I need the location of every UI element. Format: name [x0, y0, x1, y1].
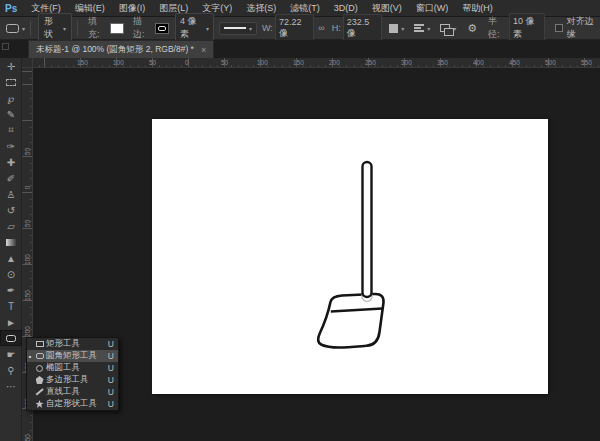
- quick-selection-tool[interactable]: ✎: [0, 106, 22, 122]
- menu-3d[interactable]: 3D(D): [327, 3, 365, 13]
- ruler-label: 50: [149, 59, 156, 66]
- shape-icon: [33, 353, 46, 359]
- broom-drawing: [152, 119, 548, 394]
- polygon-tool-item[interactable]: 多边形工具 U: [27, 374, 118, 386]
- document-tab[interactable]: 未标题-1 @ 100% (圆角矩形 2, RGB/8#) * ×: [28, 40, 214, 58]
- ruler-label: 350: [24, 433, 31, 441]
- menu-view[interactable]: 视图(V): [365, 2, 409, 15]
- radius-field[interactable]: 10 像素: [509, 13, 545, 44]
- path-arrangement-button[interactable]: ▾: [440, 24, 456, 32]
- menu-window[interactable]: 窗口(W): [409, 2, 456, 15]
- clone-stamp-tool[interactable]: ♙: [0, 186, 22, 202]
- path-operations-button[interactable]: ▾: [389, 24, 404, 33]
- shape-icon: [33, 365, 46, 372]
- options-bar: ▾ 形状 ▾ 填充: 描边: 4 像素 ▾ ▾ W: 72.22 像 ∞ H: …: [0, 17, 600, 40]
- tools-panel: ✛ ℘ ✎ ⌗ ✑ ✚ ✐ ♙ ↺ ▱: [0, 58, 22, 441]
- ruler-label: 300: [401, 59, 412, 66]
- dodge-tool[interactable]: ⊙: [0, 266, 22, 282]
- chevron-down-icon: ▾: [22, 25, 25, 32]
- ruler-label: 0: [185, 59, 189, 66]
- horizontal-ruler[interactable]: 1501005005010015020025030035040045050055…: [33, 58, 600, 68]
- shape-tool[interactable]: [0, 330, 22, 346]
- rounded-rectangle-preset-icon: [6, 24, 19, 33]
- ruler-label: 150: [24, 289, 31, 303]
- hand-tool[interactable]: ☛: [0, 346, 22, 362]
- shape-icon: [33, 376, 46, 384]
- menu-filter[interactable]: 滤镜(T): [283, 2, 327, 15]
- path-operations-icon: [389, 24, 398, 33]
- tool-preset-picker[interactable]: ▾: [0, 17, 25, 39]
- align-edges-label: 对齐边缘: [567, 15, 600, 41]
- height-label: H:: [332, 23, 341, 33]
- ruler-label: 100: [113, 59, 124, 66]
- link-dimensions-icon[interactable]: ∞: [318, 23, 324, 33]
- document-canvas[interactable]: [152, 119, 548, 394]
- document-tab-bar: 未标题-1 @ 100% (圆角矩形 2, RGB/8#) * ×: [0, 40, 600, 58]
- healing-brush-tool[interactable]: ✚: [0, 154, 22, 170]
- ruler-label: 200: [329, 59, 340, 66]
- menu-edit[interactable]: 编辑(E): [68, 2, 112, 15]
- ruler-label: 50: [221, 59, 228, 66]
- close-icon[interactable]: ×: [201, 45, 206, 55]
- document-title: 未标题-1 @ 100% (圆角矩形 2, RGB/8#) *: [36, 44, 194, 56]
- geometry-options-button[interactable]: ⚙: [467, 22, 477, 35]
- marquee-tool[interactable]: [0, 74, 22, 90]
- shape-icon: [33, 391, 46, 393]
- ruler-label: 50: [24, 217, 31, 231]
- width-field[interactable]: 72.22 像: [275, 14, 314, 42]
- ruler-label: 400: [473, 59, 484, 66]
- more-tools[interactable]: ⋯: [0, 378, 22, 394]
- panel-toggle-icon[interactable]: [2, 43, 9, 50]
- shape-icon: [33, 400, 46, 408]
- custom-shape-tool-item[interactable]: 自定形状工具 U: [27, 398, 118, 410]
- stroke-style-select[interactable]: ▾: [219, 22, 257, 35]
- arrange-icon: [440, 24, 450, 32]
- ellipse-tool-item[interactable]: 椭圆工具 U: [27, 362, 118, 374]
- pen-tool[interactable]: ✒: [0, 282, 22, 298]
- menu-items: 文件(F)编辑(E)图像(I)图层(L)文字(Y)选择(S)滤镜(T)3D(D)…: [24, 0, 500, 16]
- chevron-down-icon: ▾: [249, 25, 252, 32]
- path-alignment-button[interactable]: ▾: [414, 24, 430, 32]
- ruler-label: 250: [365, 59, 376, 66]
- menu-image[interactable]: 图像(I): [112, 2, 153, 15]
- line-tool-item[interactable]: 直线工具 U: [27, 386, 118, 398]
- zoom-tool[interactable]: ⚲: [0, 362, 22, 378]
- height-field[interactable]: 232.5 像: [343, 14, 382, 42]
- ruler-label: 50: [24, 145, 31, 159]
- stroke-width-field[interactable]: 4 像素 ▾: [175, 13, 214, 44]
- fill-color-swatch[interactable]: [110, 23, 124, 34]
- brush-tool[interactable]: ✐: [0, 170, 22, 186]
- ruler-label: 100: [24, 253, 31, 267]
- rounded-rectangle-tool-item[interactable]: 圆角矩形工具 U: [27, 350, 118, 362]
- ruler-label: 350: [437, 59, 448, 66]
- ruler-origin-corner: [22, 58, 33, 68]
- stroke-color-swatch[interactable]: [155, 23, 169, 34]
- chevron-down-icon: ▾: [206, 25, 209, 32]
- shape-icon: [33, 341, 46, 347]
- menu-help[interactable]: 帮助(H): [455, 2, 500, 15]
- fill-label: 填充:: [88, 15, 107, 41]
- crop-tool[interactable]: ⌗: [0, 122, 22, 138]
- menu-select[interactable]: 选择(S): [239, 2, 283, 15]
- ruler-label: 150: [293, 59, 304, 66]
- tool-mode-select[interactable]: 形状 ▾: [38, 13, 72, 44]
- solid-line-icon: [224, 27, 246, 29]
- rectangle-tool-item[interactable]: 矩形工具 U: [27, 338, 118, 350]
- ruler-label: 450: [509, 59, 520, 66]
- radius-label: 半径:: [488, 15, 507, 41]
- type-tool[interactable]: T: [0, 298, 22, 314]
- history-brush-tool[interactable]: ↺: [0, 202, 22, 218]
- path-selection-tool[interactable]: ►: [0, 314, 22, 330]
- align-edges-checkbox[interactable]: [555, 24, 563, 32]
- align-icon: [414, 24, 424, 32]
- eyedropper-tool[interactable]: ✑: [0, 138, 22, 154]
- blur-tool[interactable]: ▲: [0, 250, 22, 266]
- eraser-tool[interactable]: ▱: [0, 218, 22, 234]
- lasso-tool[interactable]: ℘: [0, 90, 22, 106]
- ruler-label: 550: [581, 59, 592, 66]
- gradient-tool[interactable]: [0, 234, 22, 250]
- move-tool[interactable]: ✛: [0, 58, 22, 74]
- width-label: W:: [262, 23, 273, 33]
- ruler-label: 0: [24, 181, 31, 195]
- chevron-down-icon: ▾: [63, 25, 66, 32]
